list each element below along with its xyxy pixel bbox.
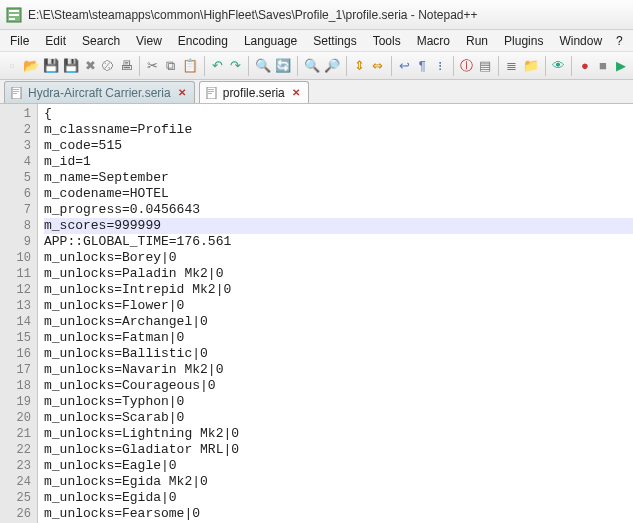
code-line[interactable]: m_unlocks=Borey|0 <box>44 250 633 266</box>
toolbar-separator <box>391 56 392 76</box>
code-line[interactable]: m_unlocks=Gladiator MRL|0 <box>44 442 633 458</box>
tabbar: Hydra-Aircraft Carrier.seria✕profile.ser… <box>0 80 633 104</box>
tab-close-icon[interactable]: ✕ <box>176 87 188 99</box>
new-file-icon[interactable]: ▫ <box>4 55 20 77</box>
zoom-out-icon[interactable]: 🔎 <box>323 55 341 77</box>
folder-icon[interactable]: 📁 <box>522 55 540 77</box>
code-line[interactable]: m_unlocks=Egida|0 <box>44 490 633 506</box>
file-icon <box>206 87 218 99</box>
close-icon[interactable]: ✖ <box>82 55 98 77</box>
code-area[interactable]: {m_classname=Profilem_code=515m_id=1m_na… <box>38 104 633 523</box>
code-line[interactable]: m_unlocks=Eagle|0 <box>44 458 633 474</box>
toolbar-separator <box>453 56 454 76</box>
code-line[interactable]: m_code=515 <box>44 138 633 154</box>
tab-1[interactable]: profile.seria✕ <box>199 81 309 103</box>
zoom-in-icon[interactable]: 🔍 <box>303 55 321 77</box>
menubar: FileEditSearchViewEncodingLanguageSettin… <box>0 30 633 52</box>
code-line[interactable]: m_unlocks=Egida Mk2|0 <box>44 474 633 490</box>
toolbar-separator <box>139 56 140 76</box>
svg-rect-5 <box>13 89 19 90</box>
menu-settings[interactable]: Settings <box>305 32 364 50</box>
sync-h-icon[interactable]: ⇔ <box>370 55 386 77</box>
code-line[interactable]: m_unlocks=Courageous|0 <box>44 378 633 394</box>
menu-view[interactable]: View <box>128 32 170 50</box>
code-line[interactable]: m_unlocks=Intrepid Mk2|0 <box>44 282 633 298</box>
menu-window[interactable]: Window <box>551 32 610 50</box>
menu-file[interactable]: File <box>2 32 37 50</box>
wordwrap-icon[interactable]: ↩ <box>396 55 412 77</box>
window-title: E:\E\Steam\steamapps\common\HighFleet\Sa… <box>28 8 478 22</box>
stop-icon[interactable]: ■ <box>595 55 611 77</box>
menu-language[interactable]: Language <box>236 32 305 50</box>
cut-icon[interactable]: ✂ <box>145 55 161 77</box>
tab-label: Hydra-Aircraft Carrier.seria <box>28 86 171 100</box>
code-line[interactable]: m_unlocks=Lightning Mk2|0 <box>44 426 633 442</box>
code-line[interactable]: m_classname=Profile <box>44 122 633 138</box>
print-icon[interactable]: 🖶 <box>118 55 134 77</box>
tab-0[interactable]: Hydra-Aircraft Carrier.seria✕ <box>4 81 195 103</box>
sync-v-icon[interactable]: ⇕ <box>352 55 368 77</box>
monitor-icon[interactable]: 👁 <box>550 55 566 77</box>
open-file-icon[interactable]: 📂 <box>22 55 40 77</box>
code-line[interactable]: APP::GLOBAL_TIME=176.561 <box>44 234 633 250</box>
code-line[interactable]: m_unlocks=Archangel|0 <box>44 314 633 330</box>
code-line[interactable]: m_unlocks=Paladin Mk2|0 <box>44 266 633 282</box>
tab-label: profile.seria <box>223 86 285 100</box>
paste-icon[interactable]: 📋 <box>181 55 199 77</box>
app-icon <box>6 7 22 23</box>
lang-icon[interactable]: ⓛ <box>459 55 475 77</box>
code-line[interactable]: m_id=1 <box>44 154 633 170</box>
svg-rect-7 <box>13 93 17 94</box>
toolbar-separator <box>204 56 205 76</box>
svg-rect-11 <box>208 93 212 94</box>
code-line[interactable]: m_unlocks=Fearsome|0 <box>44 506 633 522</box>
menu-run[interactable]: Run <box>458 32 496 50</box>
toolbar-separator <box>346 56 347 76</box>
svg-rect-10 <box>208 91 214 92</box>
toolbar-separator <box>248 56 249 76</box>
svg-rect-2 <box>9 14 19 16</box>
code-line[interactable]: { <box>44 106 633 122</box>
toolbar-separator <box>297 56 298 76</box>
menu-edit[interactable]: Edit <box>37 32 74 50</box>
svg-rect-1 <box>9 10 19 12</box>
titlebar: E:\E\Steam\steamapps\common\HighFleet\Sa… <box>0 0 633 30</box>
menu-encoding[interactable]: Encoding <box>170 32 236 50</box>
replace-icon[interactable]: 🔄 <box>274 55 292 77</box>
save-icon[interactable]: 💾 <box>42 55 60 77</box>
menu-tools[interactable]: Tools <box>365 32 409 50</box>
record-icon[interactable]: ● <box>577 55 593 77</box>
code-line[interactable]: m_unlocks=Scarab|0 <box>44 410 633 426</box>
code-line[interactable]: m_scores=999999 <box>44 218 633 234</box>
code-line[interactable]: m_unlocks=Navarin Mk2|0 <box>44 362 633 378</box>
close-all-icon[interactable]: ⛒ <box>100 55 116 77</box>
redo-icon[interactable]: ↷ <box>227 55 243 77</box>
menu-macro[interactable]: Macro <box>409 32 458 50</box>
toolbar-separator <box>498 56 499 76</box>
find-icon[interactable]: 🔍 <box>254 55 272 77</box>
menu-[interactable]: ? <box>610 32 629 50</box>
copy-icon[interactable]: ⧉ <box>163 55 179 77</box>
doc-map-icon[interactable]: ▤ <box>477 55 493 77</box>
tab-close-icon[interactable]: ✕ <box>290 87 302 99</box>
code-line[interactable]: m_unlocks=Typhon|0 <box>44 394 633 410</box>
code-line[interactable]: m_name=September <box>44 170 633 186</box>
code-line[interactable]: m_progress=0.0456643 <box>44 202 633 218</box>
code-line[interactable]: m_unlocks=Flower|0 <box>44 298 633 314</box>
menu-search[interactable]: Search <box>74 32 128 50</box>
code-line[interactable]: m_unlocks=Fatman|0 <box>44 330 633 346</box>
code-line[interactable]: m_codename=HOTEL <box>44 186 633 202</box>
menu-plugins[interactable]: Plugins <box>496 32 551 50</box>
allchars-icon[interactable]: ¶ <box>414 55 430 77</box>
toolbar-separator <box>545 56 546 76</box>
svg-rect-3 <box>9 18 15 20</box>
code-line[interactable]: m_unlocks=Ballistic|0 <box>44 346 633 362</box>
play-icon[interactable]: ▶ <box>613 55 629 77</box>
indent-guide-icon[interactable]: ⫶ <box>432 55 448 77</box>
func-list-icon[interactable]: ≣ <box>504 55 520 77</box>
line-gutter: 1234567891011121314151617181920212223242… <box>0 104 38 523</box>
editor: 1234567891011121314151617181920212223242… <box>0 104 633 523</box>
undo-icon[interactable]: ↶ <box>209 55 225 77</box>
save-all-icon[interactable]: 💾 <box>62 55 80 77</box>
toolbar-separator <box>571 56 572 76</box>
